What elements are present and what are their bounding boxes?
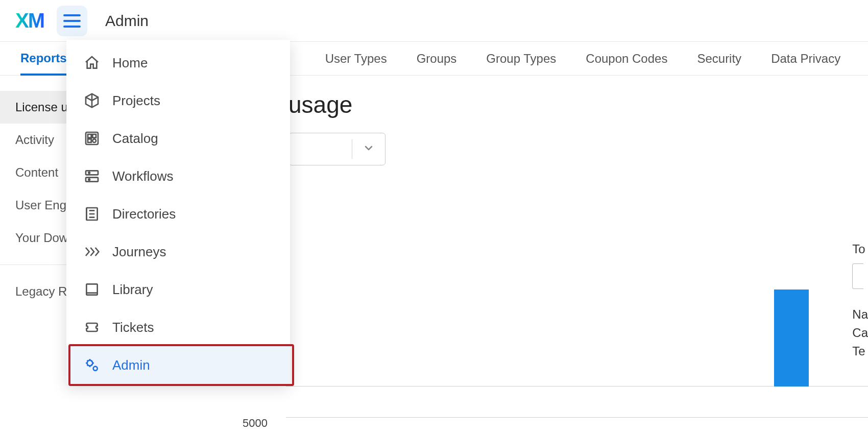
- content-heading: usage: [288, 91, 848, 118]
- hamburger-icon: [63, 14, 81, 28]
- svg-point-7: [88, 172, 90, 174]
- top-bar: XM Admin: [0, 0, 868, 42]
- nav-item-label: Workflows: [112, 168, 173, 184]
- catalog-icon: [84, 130, 100, 147]
- tab-security[interactable]: Security: [697, 52, 741, 66]
- svg-rect-1: [88, 134, 91, 138]
- admin-gear-icon: [84, 357, 100, 373]
- page-title: Admin: [105, 12, 149, 30]
- chevron-down-icon: [363, 142, 375, 156]
- svg-rect-6: [86, 178, 98, 182]
- svg-point-4: [92, 139, 96, 142]
- nav-item-home[interactable]: Home: [66, 44, 290, 82]
- library-icon: [84, 281, 100, 298]
- svg-rect-2: [92, 134, 96, 138]
- nav-item-label: Catalog: [112, 131, 158, 147]
- nav-item-label: Home: [112, 55, 148, 71]
- tickets-icon: [84, 319, 100, 335]
- home-icon: [84, 55, 100, 71]
- nav-item-label: Projects: [112, 93, 160, 109]
- svg-rect-3: [88, 139, 91, 142]
- nav-item-directories[interactable]: Directories: [66, 195, 290, 233]
- tab-coupon-codes[interactable]: Coupon Codes: [586, 52, 667, 66]
- svg-point-12: [93, 367, 98, 371]
- projects-icon: [84, 92, 100, 109]
- filter-dropdown[interactable]: [288, 133, 385, 165]
- tab-groups[interactable]: Groups: [417, 52, 457, 66]
- brand-logo: XM: [15, 9, 44, 32]
- right-edge-fragment: To Na Ca Te: [852, 240, 868, 360]
- nav-item-journeys[interactable]: Journeys: [66, 233, 290, 271]
- nav-item-label: Journeys: [112, 244, 166, 260]
- journeys-icon: [84, 244, 100, 260]
- chart-bar: [774, 290, 809, 387]
- nav-menu-toggle[interactable]: [57, 6, 87, 36]
- tab-reports[interactable]: Reports: [20, 51, 67, 76]
- nav-item-library[interactable]: Library: [66, 271, 290, 308]
- nav-item-label: Tickets: [112, 320, 154, 335]
- svg-rect-5: [86, 171, 98, 175]
- nav-item-tickets[interactable]: Tickets: [66, 308, 290, 346]
- nav-item-catalog[interactable]: Catalog: [66, 119, 290, 157]
- tab-data-privacy[interactable]: Data Privacy: [771, 52, 840, 66]
- nav-item-label: Library: [112, 282, 153, 298]
- svg-point-8: [88, 179, 90, 180]
- nav-item-label: Admin: [112, 357, 150, 373]
- nav-item-workflows[interactable]: Workflows: [66, 157, 290, 195]
- usage-chart: [286, 198, 868, 418]
- directories-icon: [84, 206, 100, 222]
- nav-item-admin[interactable]: Admin: [66, 346, 290, 384]
- global-nav-menu: Home Projects Catalog Workflows Director…: [66, 40, 290, 384]
- tab-group-types[interactable]: Group Types: [486, 52, 556, 66]
- nav-item-label: Directories: [112, 206, 176, 222]
- tab-user-types[interactable]: User Types: [325, 52, 387, 66]
- nav-item-projects[interactable]: Projects: [66, 82, 290, 119]
- axis-tick-label: 5000: [243, 417, 268, 430]
- workflows-icon: [84, 168, 100, 184]
